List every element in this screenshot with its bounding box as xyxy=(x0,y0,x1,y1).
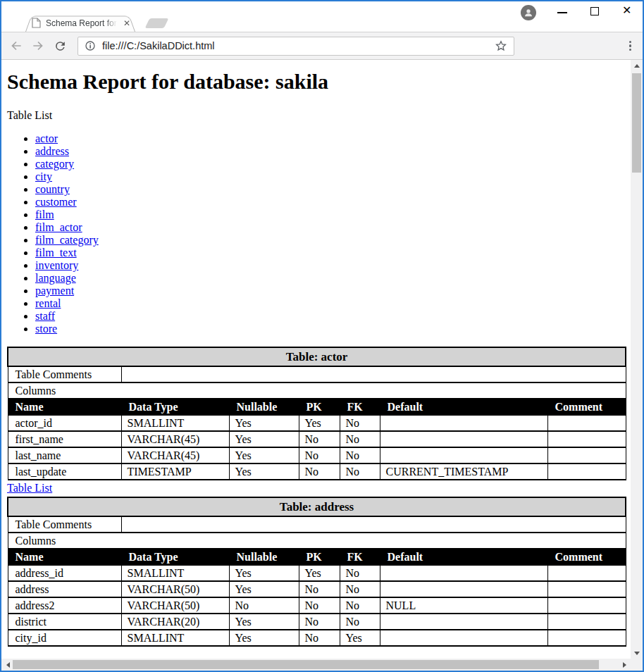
table-link-category[interactable]: category xyxy=(35,158,74,170)
back-button[interactable] xyxy=(8,38,24,54)
cell: last_update xyxy=(8,463,121,480)
url-text[interactable]: file:///C:/SakilaDDict.html xyxy=(102,40,488,51)
cell: Yes xyxy=(229,565,299,581)
table-row: first_name VARCHAR(45) Yes No No xyxy=(8,431,626,447)
cell: No xyxy=(299,431,340,447)
cell xyxy=(547,597,626,614)
cell: NULL xyxy=(380,597,547,614)
table-comments-value xyxy=(121,516,626,533)
cell: Yes xyxy=(229,463,299,480)
cell: address_id xyxy=(8,565,121,581)
table-comments-label: Table Comments xyxy=(8,516,121,533)
col-header: Nullable xyxy=(229,549,299,565)
table-comments-value xyxy=(121,366,626,382)
list-item: film_text xyxy=(35,247,625,259)
cell xyxy=(547,415,626,431)
cell: No xyxy=(340,463,380,480)
tab-close-icon[interactable]: ✕ xyxy=(123,19,130,27)
info-icon[interactable] xyxy=(85,40,96,51)
cell xyxy=(547,565,626,581)
scroll-left-icon[interactable] xyxy=(2,659,13,671)
table-link-store[interactable]: store xyxy=(35,323,57,335)
table-link-country[interactable]: country xyxy=(35,183,70,195)
minimize-button[interactable] xyxy=(557,12,567,13)
cell xyxy=(547,463,626,480)
cell: actor_id xyxy=(8,415,121,431)
reload-button[interactable] xyxy=(52,38,68,54)
browser-tab[interactable]: Schema Report for datab ✕ xyxy=(25,14,135,32)
address-bar[interactable]: file:///C:/SakilaDDict.html xyxy=(78,37,514,56)
table-row: city_id SMALLINT Yes No Yes xyxy=(8,630,626,646)
cell: Yes xyxy=(229,431,299,447)
menu-icon[interactable] xyxy=(625,38,636,54)
table-link-staff[interactable]: staff xyxy=(35,310,55,322)
horizontal-scrollbar[interactable] xyxy=(1,659,643,671)
cell xyxy=(380,581,547,597)
cell: Yes xyxy=(229,614,299,630)
table-row: last_update TIMESTAMP Yes No No CURRENT_… xyxy=(8,463,626,480)
table-link-film-text[interactable]: film_text xyxy=(35,247,77,259)
profile-avatar-icon[interactable] xyxy=(521,5,536,20)
cell: No xyxy=(340,581,380,597)
forward-button[interactable] xyxy=(30,38,46,54)
cell: VARCHAR(20) xyxy=(121,614,229,630)
table-link-film-actor[interactable]: film_actor xyxy=(35,221,82,233)
cell: No xyxy=(340,565,380,581)
cell: No xyxy=(340,431,380,447)
cell: Yes xyxy=(299,565,340,581)
table-list-heading: Table List xyxy=(7,108,625,122)
horizontal-scroll-thumb[interactable] xyxy=(13,660,599,669)
list-item: rental xyxy=(35,297,625,310)
browser-window: Schema Report for datab ✕ ✕ xyxy=(0,0,644,672)
cell: district xyxy=(8,614,121,630)
schema-table-address: Table: address Table Comments Columns Na… xyxy=(7,497,626,647)
cell xyxy=(547,630,626,646)
scroll-up-icon[interactable] xyxy=(631,60,643,71)
window-close-button[interactable]: ✕ xyxy=(622,5,631,16)
list-item: address xyxy=(35,145,625,158)
table-link-address[interactable]: address xyxy=(35,145,69,157)
list-item: country xyxy=(35,183,625,196)
list-item: category xyxy=(35,158,625,170)
browser-toolbar: file:///C:/SakilaDDict.html xyxy=(1,32,643,60)
cell: No xyxy=(340,614,380,630)
cell: No xyxy=(299,463,340,480)
new-tab-button[interactable] xyxy=(145,18,169,28)
table-link-actor[interactable]: actor xyxy=(35,132,58,144)
reload-icon xyxy=(54,39,67,53)
list-item: inventory xyxy=(35,259,625,272)
col-header: Default xyxy=(380,549,547,565)
cell: Yes xyxy=(229,447,299,463)
table-link-city[interactable]: city xyxy=(35,170,52,182)
maximize-button[interactable] xyxy=(590,7,599,15)
vertical-scrollbar[interactable] xyxy=(631,60,643,659)
table-link-film[interactable]: film xyxy=(35,209,54,220)
table-link-rental[interactable]: rental xyxy=(35,297,61,309)
columns-label: Columns xyxy=(8,533,626,549)
table-link-language[interactable]: language xyxy=(35,272,76,284)
table-link-film-category[interactable]: film_category xyxy=(35,234,99,246)
cell: No xyxy=(299,630,340,646)
cell xyxy=(380,630,547,646)
bookmark-star-icon[interactable] xyxy=(495,39,507,52)
table-link-customer[interactable]: customer xyxy=(35,196,77,208)
list-item: actor xyxy=(35,132,625,145)
cell: VARCHAR(45) xyxy=(121,431,229,447)
table-row: address VARCHAR(50) Yes No No xyxy=(8,581,626,597)
list-item: film_actor xyxy=(35,221,625,234)
scroll-right-icon[interactable] xyxy=(619,659,630,671)
cell: city_id xyxy=(8,630,121,646)
table-link-inventory[interactable]: inventory xyxy=(35,259,78,271)
col-header: Comment xyxy=(547,399,626,415)
table-link-payment[interactable]: payment xyxy=(35,285,74,297)
cell: No xyxy=(299,597,340,614)
page-content: Schema Report for database: sakila Table… xyxy=(1,60,631,659)
scroll-down-icon[interactable] xyxy=(631,647,643,659)
cell: No xyxy=(229,597,299,614)
vertical-scroll-thumb[interactable] xyxy=(632,73,641,173)
table-list-back-link[interactable]: Table List xyxy=(7,482,52,494)
cell xyxy=(547,614,626,630)
table-row: address_id SMALLINT Yes Yes No xyxy=(8,565,626,581)
list-item: store xyxy=(35,323,625,335)
cell: No xyxy=(340,447,380,463)
